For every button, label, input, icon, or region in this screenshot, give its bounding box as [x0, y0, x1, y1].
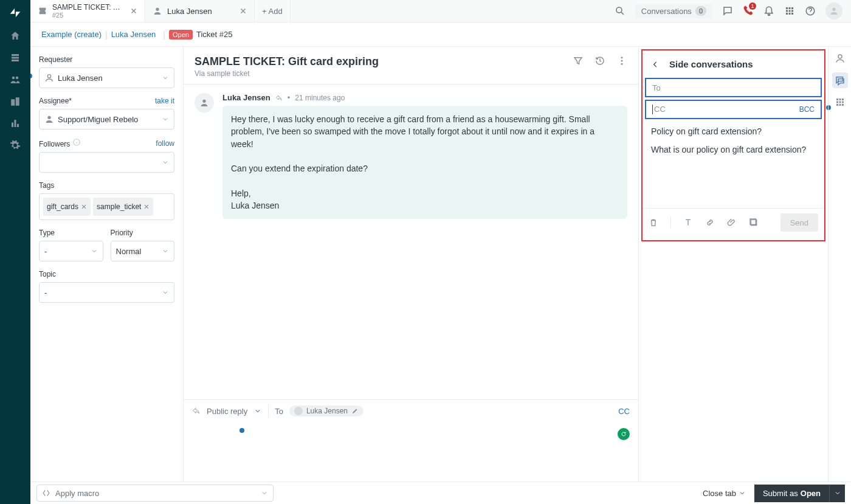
- editor-indicator: [239, 428, 244, 433]
- side-body[interactable]: What is our policy on gift card extensio…: [643, 141, 824, 208]
- submit-button[interactable]: Submit asOpen: [754, 485, 829, 502]
- history-icon[interactable]: [594, 55, 605, 66]
- priority-select[interactable]: Normal: [111, 241, 175, 261]
- filter-icon[interactable]: [573, 55, 584, 66]
- phone-wrap[interactable]: 1: [743, 5, 754, 18]
- side-cc-input[interactable]: CC BCC: [645, 100, 822, 119]
- close-icon[interactable]: [239, 7, 247, 15]
- svg-point-2: [47, 75, 50, 78]
- views-icon[interactable]: [10, 52, 21, 63]
- tab-user[interactable]: Luka Jensen: [145, 0, 255, 22]
- tab-ticket[interactable]: SAMPLE TICKET: Gift car… #25: [30, 0, 145, 22]
- tab-add[interactable]: + Add: [255, 0, 291, 22]
- priority-value: Normal: [116, 247, 142, 256]
- chevron-down-icon: [162, 159, 169, 166]
- chat-icon[interactable]: [722, 5, 733, 16]
- svg-point-0: [616, 7, 622, 13]
- properties-panel: Requester Luka Jensen Assignee*take it S…: [30, 47, 184, 482]
- reporting-icon[interactable]: [10, 118, 21, 129]
- cc-link[interactable]: CC: [618, 407, 630, 416]
- macro-select[interactable]: Apply macro: [36, 485, 274, 502]
- macro-placeholder: Apply macro: [55, 489, 99, 498]
- follow-link[interactable]: follow: [156, 139, 174, 148]
- recipient-pill[interactable]: Luka Jensen: [289, 406, 363, 416]
- submit-dropdown[interactable]: [829, 485, 845, 502]
- insert-icon[interactable]: [749, 218, 759, 227]
- top-tabs: SAMPLE TICKET: Gift car… #25 Luka Jensen…: [30, 0, 851, 22]
- profile-avatar[interactable]: [825, 2, 842, 19]
- priority-label: Priority: [111, 229, 175, 237]
- help-icon[interactable]: [805, 5, 816, 16]
- ticket-title: SAMPLE TICKET: Gift card expiring: [195, 55, 562, 68]
- grammarly-icon[interactable]: [618, 428, 630, 440]
- side-to-input[interactable]: To: [645, 78, 822, 97]
- apps-grid-icon[interactable]: [835, 97, 846, 108]
- back-icon[interactable]: [651, 60, 660, 69]
- text-format-icon[interactable]: [683, 218, 693, 227]
- message: Luka Jensen • 21 minutes ago Hey there, …: [195, 93, 627, 219]
- tab-ticket-sub: #25: [52, 12, 125, 19]
- ticket-header: SAMPLE TICKET: Gift card expiring Via sa…: [184, 47, 638, 85]
- user-icon: [44, 114, 54, 124]
- assignee-value: Support/Miguel Rebelo: [58, 115, 138, 124]
- take-it-link[interactable]: take it: [155, 97, 174, 105]
- requester-select[interactable]: Luka Jensen: [39, 67, 174, 88]
- ticket-via: Via sample ticket: [195, 69, 562, 78]
- bcc-link[interactable]: BCC: [799, 105, 815, 114]
- topic-value: -: [44, 288, 47, 297]
- send-button[interactable]: Send: [780, 213, 818, 232]
- svg-point-7: [621, 63, 623, 65]
- assignee-label: Assignee*: [39, 97, 72, 105]
- tags-input[interactable]: gift_cards sample_ticket: [39, 193, 174, 220]
- side-subject[interactable]: Policy on gift card extension?: [643, 122, 824, 141]
- reply-icon: [275, 94, 283, 102]
- topic-select[interactable]: -: [39, 282, 174, 303]
- chevron-down-icon: [162, 74, 169, 81]
- edit-icon[interactable]: [351, 407, 359, 415]
- status-badge: Open: [169, 30, 193, 40]
- side-conversations-icon[interactable]: [832, 72, 848, 88]
- more-icon[interactable]: [616, 55, 627, 66]
- breadcrumb-project[interactable]: Example (create): [38, 30, 105, 39]
- breadcrumb-user[interactable]: Luka Jensen: [108, 30, 160, 39]
- context-rail: [828, 47, 851, 482]
- close-icon[interactable]: [130, 7, 137, 15]
- reply-mode[interactable]: Public reply: [207, 407, 247, 416]
- chevron-down-icon: [162, 289, 169, 296]
- tab-ticket-title: SAMPLE TICKET: Gift car…: [52, 3, 125, 12]
- chevron-down-icon: [834, 489, 841, 497]
- remove-tag-icon[interactable]: [143, 204, 150, 210]
- tab-user-title: Luka Jensen: [167, 7, 235, 16]
- ticket-icon: [38, 6, 47, 16]
- msg-time: 21 minutes ago: [295, 94, 345, 102]
- chevron-down-icon[interactable]: [253, 407, 262, 415]
- bottom-bar: Apply macro Close tab Submit asOpen: [30, 482, 851, 504]
- remove-tag-icon[interactable]: [81, 204, 87, 210]
- conversations-button[interactable]: Conversations 0: [635, 3, 712, 19]
- macro-icon: [42, 489, 50, 497]
- tags-label: Tags: [39, 181, 174, 190]
- link-icon[interactable]: [705, 218, 715, 227]
- nav-rail: [0, 0, 30, 504]
- apps-icon[interactable]: [784, 5, 795, 16]
- type-select[interactable]: -: [39, 241, 103, 261]
- followers-select[interactable]: [39, 152, 174, 173]
- bell-icon[interactable]: [763, 5, 774, 16]
- topic-label: Topic: [39, 270, 174, 278]
- main-area: SAMPLE TICKET: Gift card expiring Via sa…: [184, 47, 638, 504]
- requester-value: Luka Jensen: [58, 74, 103, 83]
- avatar: [195, 93, 214, 112]
- customers-icon[interactable]: [10, 74, 21, 85]
- search-icon[interactable]: [615, 5, 625, 16]
- user-context-icon[interactable]: [835, 53, 846, 64]
- org-icon[interactable]: [10, 96, 21, 107]
- admin-icon[interactable]: [10, 140, 21, 151]
- home-icon[interactable]: [10, 30, 21, 41]
- attachment-icon[interactable]: [727, 218, 737, 227]
- close-tab-button[interactable]: Close tab: [703, 489, 746, 498]
- phone-badge: 1: [749, 2, 756, 10]
- chevron-down-icon: [739, 489, 746, 497]
- assignee-select[interactable]: Support/Miguel Rebelo: [39, 109, 174, 129]
- trash-icon[interactable]: [649, 218, 658, 227]
- reply-input[interactable]: [184, 422, 638, 483]
